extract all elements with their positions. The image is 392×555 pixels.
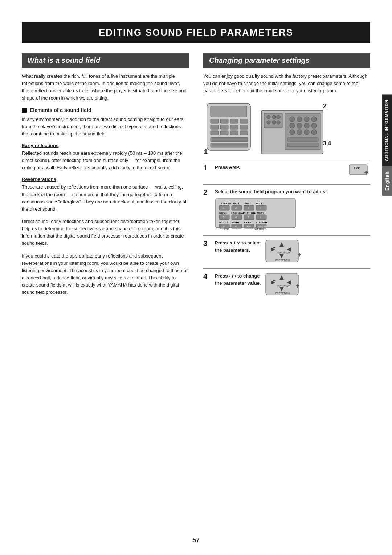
right-column: Changing parameter settings You can enjo…: [203, 53, 370, 301]
early-reflections-text: Reflected sounds reach our ears extremel…: [22, 150, 189, 171]
svg-text:JAZZ: JAZZ: [245, 202, 251, 205]
black-square-icon: [22, 108, 27, 113]
svg-point-28: [311, 117, 317, 122]
svg-text:AMP: AMP: [354, 166, 360, 170]
svg-rect-3: [220, 119, 228, 123]
svg-rect-12: [230, 131, 238, 135]
svg-text:2: 2: [235, 206, 237, 210]
svg-rect-37: [287, 138, 318, 141]
svg-text:SET MENU: SET MENU: [254, 228, 265, 230]
svg-rect-13: [240, 131, 248, 135]
svg-rect-5: [240, 119, 248, 123]
step-3-block: 3 Press ∧ / ∨ to selectthe parameters. –…: [203, 235, 370, 268]
svg-text:4: 4: [260, 206, 262, 210]
svg-text:PRESET/CH: PRESET/CH: [275, 292, 290, 295]
step-2-img: STEREO HALL JAZZ ROCK 1 2 3: [215, 198, 370, 232]
svg-text:5: 5: [223, 216, 225, 219]
svg-point-21: [267, 121, 270, 124]
step-1-number: 1: [203, 164, 211, 172]
svg-point-22: [272, 121, 276, 124]
svg-rect-1: [211, 106, 247, 117]
svg-text:EC/DTS: EC/DTS: [219, 221, 229, 224]
step-2-number: 2: [203, 188, 211, 197]
page: EDITING SOUND FIELD PARAMETERS What is a…: [0, 0, 392, 555]
svg-text:MUSIC: MUSIC: [219, 212, 228, 214]
svg-text:LEVEL: LEVEL: [223, 228, 230, 230]
svg-rect-9: [240, 125, 248, 129]
svg-text:8: 8: [260, 216, 262, 219]
diagram-label-2: 2: [323, 102, 327, 110]
step-1-content: Press AMP. AMP: [215, 164, 370, 181]
svg-rect-15: [211, 143, 248, 147]
svg-text:MOVIE: MOVIE: [257, 212, 265, 214]
step-4-content: Press ‹ / › to changethe parameter value…: [215, 272, 370, 298]
svg-text:0: 0: [235, 225, 237, 228]
step-3-number: 3: [203, 239, 211, 248]
svg-point-23: [277, 121, 280, 124]
svg-point-33: [290, 130, 295, 135]
early-reflections-title: Early reflections: [22, 143, 189, 148]
svg-text:HALL: HALL: [233, 202, 240, 205]
elements-subsection-text: In any environment, in addition to the d…: [22, 116, 189, 138]
svg-text:ROCK: ROCK: [256, 202, 263, 205]
page-number: 57: [192, 536, 200, 544]
svg-rect-11: [220, 131, 228, 135]
svg-text:STRAIGHT: STRAIGHT: [256, 221, 269, 224]
svg-point-34: [297, 130, 302, 135]
right-section-header: Changing parameter settings: [203, 53, 370, 68]
step-3-content: Press ∧ / ∨ to selectthe parameters. – S…: [215, 239, 370, 265]
side-tab-english: English: [382, 166, 392, 196]
main-title: EDITING SOUND FIELD PARAMETERS: [22, 22, 370, 43]
two-col-layout: What is a sound field What really create…: [22, 53, 370, 301]
svg-point-36: [311, 130, 317, 135]
svg-point-32: [311, 123, 317, 128]
step-2-block: 2 Select the sound field program you wan…: [203, 184, 370, 236]
elements-subsection-title: Elements of a sound field: [22, 107, 189, 113]
reverberations-text: These are caused by reflections from mor…: [22, 183, 189, 213]
svg-rect-2: [211, 119, 219, 123]
svg-text:ENTERTAIN: ENTERTAIN: [231, 212, 246, 214]
step-3-img: – SELECT + PRESET/CH: [265, 239, 301, 265]
svg-rect-14: [211, 137, 248, 142]
step-4-img: – SELECT + PRESET/CH: [265, 272, 301, 298]
step-4-block: 4 Press ‹ / › to changethe parameter val…: [203, 268, 370, 301]
svg-text:EX/ES: EX/ES: [244, 221, 252, 224]
step-1-block: 1 Press AMP. AMP: [203, 160, 370, 184]
right-intro-text: You can enjoy good quality sound with th…: [203, 73, 370, 94]
svg-point-20: [277, 115, 280, 119]
svg-text:9: 9: [223, 225, 225, 228]
left-para2: If you could create the appropriate earl…: [22, 252, 189, 296]
svg-rect-4: [230, 119, 238, 123]
svg-rect-8: [230, 125, 238, 129]
svg-point-19: [272, 115, 276, 119]
svg-text:+: +: [288, 284, 290, 288]
left-section-header: What is a sound field: [22, 53, 189, 68]
step-4-number: 4: [203, 272, 211, 281]
svg-point-30: [297, 123, 302, 128]
svg-text:STEREO: STEREO: [221, 202, 231, 205]
device-diagram: 1 2 3,4: [203, 100, 370, 158]
svg-text:+10: +10: [246, 225, 251, 228]
svg-point-26: [297, 117, 302, 122]
diagram-label-1: 1: [204, 148, 208, 156]
step-2-content: Select the sound field program you want …: [215, 188, 370, 232]
svg-rect-38: [287, 143, 318, 147]
svg-text:NIGHT: NIGHT: [232, 221, 240, 224]
svg-point-31: [304, 123, 309, 128]
step-4-text: Press ‹ / › to changethe parameter value…: [215, 272, 261, 287]
step-3-text: Press ∧ / ∨ to selectthe parameters.: [215, 239, 261, 254]
svg-rect-10: [211, 131, 219, 135]
svg-rect-7: [220, 125, 228, 129]
reverberations-title: Reverberations: [22, 177, 189, 182]
svg-text:1: 1: [223, 206, 225, 210]
left-para1: Direct sound, early reflections and subs…: [22, 218, 189, 247]
step-1-img: AMP: [348, 164, 370, 181]
svg-text:+: +: [288, 251, 290, 255]
svg-point-27: [304, 117, 309, 122]
side-tab-container: ADDITIONAL INFORMATION English: [382, 94, 392, 196]
panel-svg: [258, 103, 330, 158]
svg-text:6: 6: [235, 216, 237, 219]
svg-text:ENTER: ENTER: [258, 225, 267, 228]
svg-point-35: [304, 130, 309, 135]
svg-point-18: [267, 115, 270, 119]
